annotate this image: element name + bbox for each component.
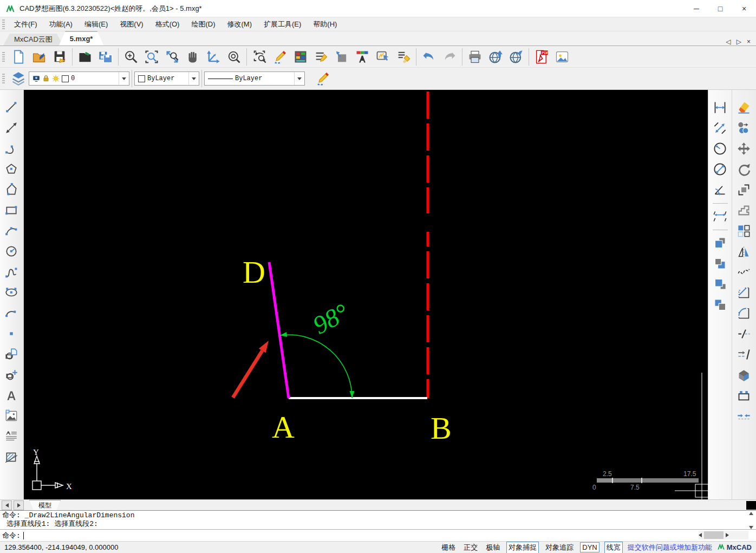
tabs-close-button[interactable]: × <box>747 38 751 45</box>
layout-next-button[interactable] <box>14 500 24 510</box>
status-toggle-5[interactable]: DYN <box>580 542 599 552</box>
menu-item-1[interactable]: 功能(A) <box>43 18 79 31</box>
tabs-prev-button[interactable]: ◁ <box>726 38 731 45</box>
dim-distance-button[interactable] <box>711 206 730 226</box>
ucs-axes-button[interactable] <box>203 47 224 67</box>
command-input[interactable]: 命令: <box>0 530 756 541</box>
zoom-extents-button[interactable] <box>162 47 183 67</box>
command-vertical-scrollbar[interactable] <box>747 512 755 529</box>
web-open-button[interactable] <box>506 47 526 67</box>
array-button[interactable] <box>734 221 754 240</box>
dim-diameter-button[interactable] <box>711 159 730 179</box>
dim-radius-button[interactable] <box>711 139 730 158</box>
rotate-button[interactable] <box>734 159 754 179</box>
spline-fit-button[interactable] <box>734 262 754 282</box>
new-file-button[interactable] <box>8 47 29 67</box>
menu-item-4[interactable]: 格式(O) <box>149 18 186 31</box>
status-toggle-1[interactable]: 正交 <box>462 542 479 553</box>
status-toggle-2[interactable]: 极轴 <box>484 542 501 553</box>
angle-dimension-arc[interactable] <box>280 335 352 398</box>
vertex-label-D[interactable]: D <box>243 255 265 290</box>
viewport-button[interactable] <box>331 47 352 67</box>
document-tab-1[interactable]: 5.mxg* <box>59 31 104 45</box>
erase-button[interactable] <box>734 97 754 117</box>
chamfer-button[interactable] <box>734 283 754 302</box>
circle-button[interactable] <box>2 242 21 261</box>
fillet-button[interactable] <box>734 303 754 323</box>
web-publish-button[interactable] <box>485 47 506 67</box>
chevron-down-icon[interactable] <box>119 72 129 85</box>
layout-prev-button[interactable] <box>2 500 12 510</box>
mirror-button[interactable] <box>734 242 754 261</box>
vertex-label-A[interactable]: A <box>272 409 295 445</box>
spline-button[interactable] <box>2 262 21 282</box>
open-cloud-button[interactable] <box>29 47 49 67</box>
linetype-select[interactable]: ByLayer <box>204 71 305 86</box>
draw-settings-button[interactable] <box>312 69 333 88</box>
angle-dimension-text[interactable]: 98° <box>308 298 353 340</box>
rectangle-button[interactable] <box>2 200 21 220</box>
draworder-above-button[interactable] <box>711 274 730 294</box>
zoom-window-button[interactable] <box>141 47 162 67</box>
ellipse-button[interactable] <box>2 283 21 302</box>
polygon-irregular-button[interactable] <box>2 180 21 199</box>
color-palette-button[interactable] <box>290 47 311 67</box>
construction-line-button[interactable] <box>2 118 21 138</box>
document-tab-0[interactable]: MxCAD云图 <box>3 34 63 45</box>
image-insert-button[interactable] <box>2 406 21 426</box>
polyline-outline-button[interactable] <box>734 200 754 220</box>
text-single-button[interactable] <box>2 386 21 405</box>
block-insert-button[interactable] <box>2 365 21 385</box>
line-button[interactable] <box>2 97 21 117</box>
zoom-center-button[interactable] <box>224 47 244 67</box>
tabs-next-button[interactable]: ▷ <box>737 38 741 45</box>
arc-3point-button[interactable] <box>2 221 21 240</box>
scroll-down-icon[interactable] <box>749 526 753 529</box>
chevron-down-icon[interactable] <box>188 72 199 85</box>
move-button[interactable] <box>734 139 754 158</box>
close-button[interactable]: × <box>732 0 756 17</box>
menu-item-2[interactable]: 编辑(E) <box>79 18 114 31</box>
command-history[interactable]: 命令: _Draw2LineAngularDimension 选择直线段1: 选… <box>0 511 756 530</box>
layer-select[interactable]: 0 <box>29 71 129 86</box>
open-folder-button[interactable] <box>75 47 95 67</box>
vertex-label-B[interactable]: B <box>431 411 452 446</box>
status-toggle-0[interactable]: 栅格 <box>440 542 457 553</box>
chevron-down-icon[interactable] <box>294 72 304 85</box>
scroll-up-icon[interactable] <box>749 512 753 515</box>
point-button[interactable] <box>2 324 21 343</box>
minimize-button[interactable]: ─ <box>685 0 708 17</box>
offset-button[interactable] <box>734 180 754 199</box>
dim-linear-button[interactable] <box>711 97 730 117</box>
scrollbar-thumb[interactable] <box>704 531 724 539</box>
elliptical-arc-button[interactable] <box>2 303 21 323</box>
dim-angular-button[interactable] <box>711 180 730 199</box>
line-ad-magenta[interactable] <box>269 262 289 398</box>
block-define-button[interactable] <box>2 344 21 364</box>
quick-select-button[interactable] <box>373 47 393 67</box>
save-button[interactable] <box>49 47 70 67</box>
text-multi-button[interactable] <box>2 427 21 446</box>
polyline-edit-button[interactable] <box>734 386 754 405</box>
menu-item-5[interactable]: 绘图(D) <box>185 18 221 31</box>
draworder-front-button[interactable] <box>711 233 730 252</box>
join-button[interactable] <box>734 406 754 426</box>
menu-item-6[interactable]: 修改(M) <box>221 18 258 31</box>
layer-manager-button[interactable] <box>8 69 29 88</box>
polygon-button[interactable] <box>2 159 21 179</box>
zoom-dynamic-button[interactable] <box>121 47 141 67</box>
menu-item-8[interactable]: 帮助(H) <box>307 18 343 31</box>
print-button[interactable] <box>465 47 485 67</box>
status-toggle-6[interactable]: 线宽 <box>604 542 623 553</box>
command-horizontal-scrollbar[interactable] <box>699 531 748 539</box>
scroll-left-icon[interactable] <box>699 533 702 537</box>
redo-button[interactable] <box>439 47 460 67</box>
arc-button[interactable] <box>2 139 21 158</box>
status-toggle-3[interactable]: 对象捕捉 <box>506 542 539 553</box>
menu-item-0[interactable]: 文件(F) <box>8 18 43 31</box>
hatch-button[interactable] <box>2 447 21 467</box>
status-toggle-4[interactable]: 对象追踪 <box>544 542 575 553</box>
tab-model[interactable]: 模型 <box>29 500 61 510</box>
scroll-right-icon[interactable] <box>726 533 729 537</box>
color-select[interactable]: ByLayer <box>134 71 199 86</box>
